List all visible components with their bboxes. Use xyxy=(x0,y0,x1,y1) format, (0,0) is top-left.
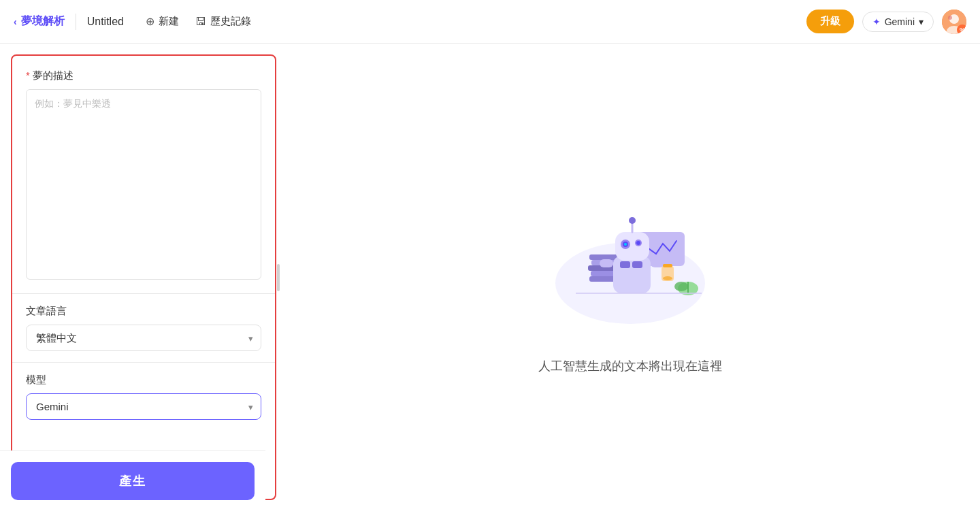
svg-rect-23 xyxy=(651,259,664,267)
new-button[interactable]: ⊕ 新建 xyxy=(140,12,184,31)
svg-rect-12 xyxy=(620,261,630,268)
gemini-chevron-icon: ▾ xyxy=(919,16,924,27)
resize-dot xyxy=(277,264,280,291)
svg-point-19 xyxy=(636,241,640,245)
svg-point-21 xyxy=(629,217,636,224)
back-button[interactable]: ‹ 夢境解析 xyxy=(14,14,65,29)
svg-rect-11 xyxy=(613,256,651,293)
generate-section: 產生 xyxy=(0,450,265,511)
user-avatar[interactable]: % xyxy=(942,10,966,34)
history-button[interactable]: 🖫 歷史記錄 xyxy=(190,12,257,31)
language-select-wrapper: 繁體中文 簡體中文 English 日本語 ▾ xyxy=(26,325,261,351)
plus-circle-icon: ⊕ xyxy=(146,15,154,28)
gemini-selector[interactable]: ✦ Gemini ▾ xyxy=(862,12,934,32)
header-actions: ⊕ 新建 🖫 歷史記錄 xyxy=(140,12,257,31)
app-title: 夢境解析 xyxy=(21,14,65,29)
svg-rect-13 xyxy=(632,261,642,268)
language-label: 文章語言 xyxy=(26,305,261,318)
history-icon: 🖫 xyxy=(195,16,206,28)
required-indicator: * xyxy=(26,69,30,81)
svg-rect-22 xyxy=(600,259,613,267)
gemini-label: Gemini xyxy=(885,16,915,27)
svg-point-26 xyxy=(663,276,672,280)
gemini-star-icon: ✦ xyxy=(872,16,881,27)
language-select[interactable]: 繁體中文 簡體中文 English 日本語 xyxy=(26,325,261,351)
dream-textarea[interactable] xyxy=(26,89,261,280)
model-select-wrapper: Gemini GPT-4 Claude ▾ xyxy=(26,393,261,420)
svg-rect-25 xyxy=(663,264,672,267)
model-label: 模型 xyxy=(26,374,261,386)
main-content: *夢的描述 文章語言 繁體中文 簡體中文 English 日本語 ▾ 模型 xyxy=(0,44,980,511)
robot-illustration xyxy=(535,181,725,331)
upgrade-button[interactable]: 升級 xyxy=(806,10,854,33)
svg-point-17 xyxy=(624,243,627,246)
svg-rect-14 xyxy=(615,232,649,261)
model-section: 模型 Gemini GPT-4 Claude ▾ xyxy=(12,363,275,431)
language-section: 文章語言 繁體中文 簡體中文 English 日本語 ▾ xyxy=(12,294,275,363)
avatar-badge: % xyxy=(957,24,966,34)
app-header: ‹ 夢境解析 Untitled ⊕ 新建 🖫 歷史記錄 升級 ✦ Gemini … xyxy=(0,0,980,44)
ai-placeholder-text: 人工智慧生成的文本將出現在這裡 xyxy=(538,358,722,374)
model-select[interactable]: Gemini GPT-4 Claude xyxy=(26,393,261,420)
header-right: 升級 ✦ Gemini ▾ % xyxy=(806,10,966,34)
doc-title[interactable]: Untitled xyxy=(87,16,124,28)
left-panel: *夢的描述 文章語言 繁體中文 簡體中文 English 日本語 ▾ 模型 xyxy=(11,54,276,500)
new-label: 新建 xyxy=(159,15,179,28)
svg-point-29 xyxy=(674,282,688,291)
header-divider xyxy=(76,14,76,30)
back-chevron-icon: ‹ xyxy=(14,16,17,27)
generate-button[interactable]: 產生 xyxy=(11,462,255,500)
right-panel: 人工智慧生成的文本將出現在這裡 xyxy=(280,44,980,511)
dream-section: *夢的描述 xyxy=(12,56,275,294)
history-label: 歷史記錄 xyxy=(210,15,251,28)
dream-field-label: *夢的描述 xyxy=(26,69,261,82)
svg-point-3 xyxy=(948,16,952,20)
header-left: ‹ 夢境解析 Untitled ⊕ 新建 🖫 歷史記錄 xyxy=(14,12,806,31)
